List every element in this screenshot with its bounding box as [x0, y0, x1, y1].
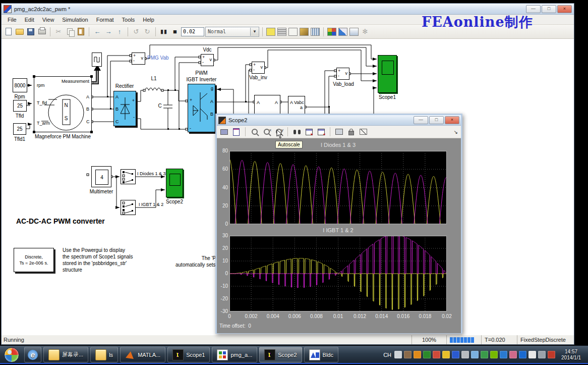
- vab-inv-vm-block[interactable]: + - v: [252, 62, 265, 74]
- build-icon[interactable]: [299, 27, 309, 36]
- floating-scope-icon[interactable]: [334, 127, 344, 137]
- new-model-icon[interactable]: [4, 27, 14, 36]
- back-icon[interactable]: ←: [92, 27, 102, 36]
- start-button[interactable]: [4, 347, 19, 362]
- plot1-axes[interactable]: [229, 151, 447, 224]
- model-browser-icon[interactable]: [338, 27, 348, 36]
- powergui-discrete-block[interactable]: Discrete,Ts = 2e-006 s.: [14, 248, 54, 272]
- tray-snipping-tool-icon[interactable]: [404, 351, 411, 358]
- undo-icon[interactable]: ↺: [131, 27, 141, 36]
- save-axes-icon[interactable]: [304, 127, 314, 137]
- pause-simulation-icon[interactable]: ▮▮: [159, 27, 169, 36]
- library-browser-icon[interactable]: [327, 27, 337, 36]
- close-button[interactable]: ×: [557, 5, 572, 13]
- taskbar-item-ie[interactable]: e: [24, 347, 41, 362]
- tray-yellow-bubble-icon[interactable]: [442, 351, 450, 358]
- dock-scope-icon[interactable]: ↘: [454, 129, 458, 135]
- tray-second-display-icon[interactable]: [538, 351, 546, 358]
- scope2-maximize-button[interactable]: □: [429, 116, 444, 124]
- clock[interactable]: 14:572014/1/1: [557, 349, 585, 361]
- cut-icon[interactable]: ✂: [53, 27, 64, 36]
- language-indicator[interactable]: CH: [383, 352, 391, 358]
- tray-blue-shield-icon[interactable]: [500, 351, 507, 358]
- magnet-s-label: S: [65, 116, 68, 121]
- minimize-button[interactable]: —: [526, 5, 541, 13]
- taskbar-item-bldc[interactable]: Bldc: [304, 347, 338, 362]
- lock-axes-icon[interactable]: [346, 127, 357, 137]
- tray-green-usb-icon[interactable]: [481, 351, 488, 358]
- tray-blue-app-icon[interactable]: [452, 351, 459, 358]
- zoom-x-icon[interactable]: x: [261, 127, 272, 137]
- signal-display-block[interactable]: [92, 53, 102, 67]
- debug-icon[interactable]: [349, 27, 359, 36]
- refresh-icon[interactable]: [288, 27, 298, 36]
- vab-load-vm-block[interactable]: + - v: [336, 68, 349, 80]
- update-diagram-icon[interactable]: [277, 27, 287, 36]
- menu-tools[interactable]: Tools: [118, 16, 139, 24]
- scope2-close-button[interactable]: ×: [445, 116, 459, 124]
- signal-selection-icon[interactable]: [358, 127, 369, 137]
- scope2-title-bar[interactable]: Scope2 — □ ×: [217, 115, 461, 126]
- tray-keyboard-icon[interactable]: [394, 351, 402, 358]
- vdc-vm-block[interactable]: + - v: [201, 54, 214, 66]
- simulation-mode-select[interactable]: Normal ▼: [205, 27, 259, 37]
- restore-axes-icon[interactable]: [316, 127, 326, 137]
- up-icon[interactable]: ↑: [114, 27, 125, 36]
- scope2-window-title: Scope2: [228, 117, 247, 123]
- restore-button[interactable]: □: [542, 5, 556, 13]
- tray-phone-icon[interactable]: [528, 351, 536, 358]
- save-model-icon[interactable]: [26, 27, 36, 36]
- selector-igbt-block[interactable]: [121, 200, 136, 215]
- taskbar-item-ls[interactable]: ls: [90, 347, 118, 362]
- tray-display-icon[interactable]: [461, 351, 469, 358]
- igbt-inverter-block[interactable]: + - g A B: [188, 84, 215, 132]
- open-model-icon[interactable]: [15, 27, 25, 36]
- tray-bluetooth-icon[interactable]: [519, 351, 526, 358]
- tray-volume-muted-icon[interactable]: [548, 351, 555, 358]
- menu-view[interactable]: View: [38, 16, 58, 24]
- redo-icon[interactable]: ↻: [142, 27, 152, 36]
- multimeter-block[interactable]: 4: [91, 166, 111, 187]
- taskbar-item-pmg_a[interactable]: pmg_a...: [212, 347, 257, 362]
- tray-orange-status-icon[interactable]: [414, 351, 421, 358]
- tray-pink-people-icon[interactable]: [509, 351, 517, 358]
- taskbar-item-matla[interactable]: MATLA...: [120, 347, 165, 362]
- magnet-n-label: N: [64, 102, 68, 108]
- forward-icon[interactable]: →: [103, 27, 113, 36]
- menu-simulation[interactable]: Simulation: [58, 16, 92, 24]
- print-icon[interactable]: [37, 27, 47, 36]
- scope2-minimize-button[interactable]: —: [414, 116, 428, 124]
- copy-icon[interactable]: [65, 27, 75, 36]
- tray-green-shield-icon[interactable]: [423, 351, 431, 358]
- tray-red-status-icon[interactable]: [433, 351, 440, 358]
- paste-icon[interactable]: [76, 27, 86, 36]
- rectifier-block[interactable]: A B C + -: [113, 91, 136, 126]
- scope2-block[interactable]: [166, 169, 183, 197]
- model-advisor-icon[interactable]: [310, 27, 320, 36]
- autoscale-icon[interactable]: [291, 127, 302, 137]
- scope1-block[interactable]: [378, 55, 397, 93]
- simulation-time-input[interactable]: [181, 27, 204, 36]
- selector-diodes-block[interactable]: [121, 169, 136, 184]
- tray-network-icon[interactable]: [471, 351, 479, 358]
- menu-format[interactable]: Format: [92, 16, 118, 24]
- constant-tfld1-block[interactable]: 25: [13, 123, 26, 135]
- target-icon[interactable]: ✻: [360, 27, 370, 36]
- external-mode-icon[interactable]: [266, 27, 276, 36]
- parameters-icon[interactable]: [231, 127, 242, 137]
- menu-edit[interactable]: Edit: [21, 16, 38, 24]
- constant-rpm-block[interactable]: 8000: [13, 78, 27, 92]
- taskbar-item-scope1[interactable]: Scope1: [167, 347, 210, 362]
- pm-machine-block[interactable]: N S rpm T_fld T_arm A B C Measurement: [34, 76, 92, 132]
- zoom-icon[interactable]: [249, 127, 260, 137]
- constant-tfld-block[interactable]: 25: [13, 100, 27, 112]
- stop-simulation-icon[interactable]: ■: [170, 27, 180, 36]
- menu-file[interactable]: File: [4, 16, 21, 24]
- print-icon[interactable]: [219, 127, 229, 137]
- menu-help[interactable]: Help: [139, 16, 158, 24]
- pmg-vab-vm-block[interactable]: + - v: [132, 53, 145, 65]
- taskbar-item-scope2[interactable]: Scope2: [259, 347, 302, 362]
- tray-graphics-icon[interactable]: [490, 351, 498, 358]
- taskbar-item-[interactable]: 屏幕录...: [43, 347, 88, 362]
- plot2-axes[interactable]: [229, 236, 447, 311]
